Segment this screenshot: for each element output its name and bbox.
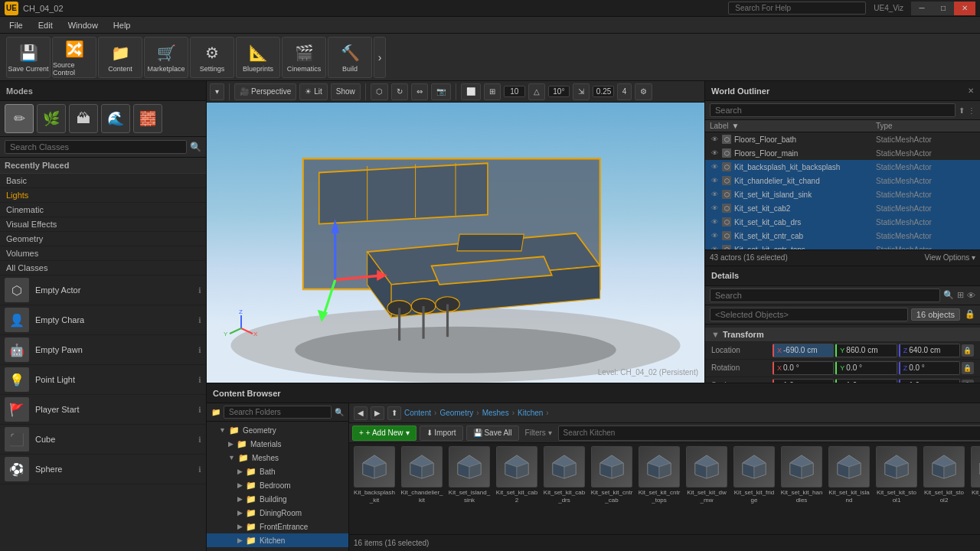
breadcrumb-geometry[interactable]: Geometry (439, 409, 473, 417)
lit-button[interactable]: ☀ Lit (299, 83, 328, 100)
outliner-item[interactable]: 👁 ⬡ Kit_backsplash_kit_backsplash Static… (705, 160, 980, 174)
asset-item[interactable]: Kit_set_kit_dw_mw (684, 446, 729, 504)
wireframe-button[interactable]: ⬜ (461, 83, 481, 100)
perspective-button[interactable]: 🎥 Perspective (234, 83, 296, 100)
folder-item[interactable]: ▶ 📁 LivingRoom (207, 547, 348, 551)
folder-item[interactable]: ▶ 📁 Kitchen (207, 533, 348, 547)
outliner-item[interactable]: 👁 ⬡ Floors_Floor_bath StaticMeshActor (705, 132, 980, 146)
camera-button[interactable]: 📷 (431, 83, 451, 100)
category-volumes[interactable]: Volumes (0, 246, 206, 261)
category-visual-effects[interactable]: Visual Effects (0, 217, 206, 232)
navigate-up-button[interactable]: ⬆ (387, 406, 401, 420)
outliner-item[interactable]: 👁 ⬡ Kit_set_kit_cntr_tops StaticMeshActo… (705, 243, 980, 249)
outliner-item[interactable]: 👁 ⬡ Kit_set_kit_cntr_cab StaticMeshActor (705, 229, 980, 243)
translate-button[interactable]: ⬡ (371, 83, 388, 100)
asset-item[interactable]: Kit_set_kit_cab_drs (542, 446, 586, 504)
category-lights[interactable]: Lights (0, 188, 206, 203)
filters-dropdown[interactable]: Filters ▾ (522, 429, 555, 437)
outliner-item[interactable]: 👁 ⬡ Kit_set_kit_cab_drs StaticMeshActor (705, 215, 980, 229)
outliner-item[interactable]: 👁 ⬡ Kit_set_kit_island_sink StaticMeshAc… (705, 187, 980, 201)
rotation-z-field[interactable]: Z 0.0 ° (899, 361, 960, 375)
save-button[interactable]: 💾 Save Current (6, 37, 51, 78)
mode-paint-button[interactable]: 🌿 (37, 104, 66, 133)
menu-edit[interactable]: Edit (32, 19, 59, 31)
content-button[interactable]: 📁 Content (98, 37, 142, 78)
outliner-item[interactable]: 👁 ⬡ Kit_chandelier_kit_chand StaticMeshA… (705, 174, 980, 187)
menu-file[interactable]: File (3, 19, 29, 31)
mode-foliage-button[interactable]: 🌊 (101, 104, 130, 133)
maximize-button[interactable]: □ (933, 2, 954, 15)
asset-grid[interactable]: Kit_backsplash_kit Kit_chandelier_kit (349, 443, 980, 534)
scale-snap-button[interactable]: ⇲ (573, 83, 590, 100)
menu-help[interactable]: Help (107, 19, 137, 31)
location-lock-button[interactable]: 🔒 (962, 344, 974, 357)
viewport-options-button[interactable]: ⚙ (635, 83, 652, 100)
navigate-forward-button[interactable]: ▶ (371, 406, 384, 420)
category-all-classes[interactable]: All Classes (0, 261, 206, 276)
asset-item[interactable]: Kit_set_kit_cntr_cab (590, 446, 634, 504)
scale-button[interactable]: ⇔ (411, 83, 428, 100)
outliner-options-icon[interactable]: ⋮ (968, 106, 975, 115)
asset-item[interactable]: Kit_set_kit_cab2 (495, 446, 539, 504)
cinematics-button[interactable]: 🎬 Cinematics (282, 37, 326, 78)
outliner-sort-icon[interactable]: ⬆ (959, 106, 965, 115)
asset-item[interactable]: Kit_set_kit_fridge (732, 446, 776, 504)
rotation-x-field[interactable]: X 0.0 ° (773, 361, 834, 375)
actor-cube[interactable]: ⬛ Cube ℹ (0, 425, 206, 455)
actor-player-start[interactable]: 🚩 Player Start ℹ (0, 395, 206, 425)
folder-item[interactable]: ▶ 📁 FrontEntrance (207, 520, 348, 533)
details-eye-icon[interactable]: 👁 (967, 291, 975, 300)
menu-window[interactable]: Window (62, 19, 104, 31)
breadcrumb-kitchen[interactable]: Kitchen (518, 409, 543, 417)
folder-search-input[interactable] (224, 406, 332, 419)
asset-item[interactable]: Kit_chandelier_kit (400, 446, 444, 504)
source-control-button[interactable]: 🔀 Source Control (52, 37, 96, 78)
actor-empty-pawn[interactable]: 🤖 Empty Pawn ℹ (0, 335, 206, 365)
asset-item[interactable]: Kit_backsplash_kit (352, 446, 397, 504)
category-cinematic[interactable]: Cinematic (0, 203, 206, 217)
folder-item[interactable]: ▼ 📁 Meshes (207, 451, 348, 465)
asset-item[interactable]: Kit_set_kit_island (827, 446, 871, 504)
mode-geometry-button[interactable]: 🧱 (133, 104, 162, 133)
view-options-button[interactable]: View Options ▾ (924, 253, 975, 262)
selected-objects-input[interactable] (710, 308, 908, 321)
blueprints-button[interactable]: 📐 Blueprints (236, 37, 280, 78)
folder-item[interactable]: ▶ 📁 DiningRoom (207, 506, 348, 520)
show-button[interactable]: Show (331, 83, 361, 100)
actor-empty-character[interactable]: 👤 Empty Chara ℹ (0, 305, 206, 335)
outliner-list[interactable]: 👁 ⬡ Floors_Floor_bath StaticMeshActor 👁 … (705, 132, 980, 249)
details-grid-icon[interactable]: ⊞ (957, 290, 964, 300)
asset-item[interactable]: Kit_set_kit_stool1 (874, 446, 919, 504)
rotate-button[interactable]: ↻ (391, 83, 408, 100)
mode-landscape-button[interactable]: 🏔 (69, 104, 98, 133)
content-search-input[interactable] (558, 425, 980, 441)
asset-item[interactable]: Kit_set_kit_handles (779, 446, 824, 504)
folder-item[interactable]: ▶ 📁 Bath (207, 465, 348, 478)
snap-angle-button[interactable]: △ (528, 83, 545, 100)
outliner-item[interactable]: 👁 ⬡ Floors_Floor_main StaticMeshActor (705, 146, 980, 160)
import-button[interactable]: ⬇ Import (420, 425, 463, 441)
viewport-mode-dropdown[interactable]: ▾ (210, 83, 224, 100)
actor-sphere[interactable]: ⚽ Sphere ℹ (0, 455, 206, 484)
actor-empty-actor[interactable]: ⬡ Empty Actor ℹ (0, 276, 206, 305)
folder-item[interactable]: ▶ 📁 Bedroom (207, 478, 348, 492)
details-search-input[interactable] (710, 289, 940, 302)
search-help-input[interactable] (728, 2, 866, 15)
outliner-close-icon[interactable]: ✕ (968, 86, 974, 95)
outliner-search-input[interactable] (710, 103, 956, 117)
breadcrumb-content[interactable]: Content (404, 409, 431, 417)
toolbar-more-button[interactable]: › (374, 37, 386, 78)
category-geometry[interactable]: Geometry (0, 232, 206, 246)
layers-button[interactable]: 4 (617, 83, 632, 100)
asset-item[interactable]: Kit_set_island_sink (447, 446, 492, 504)
folder-item[interactable]: ▶ 📁 Materials (207, 437, 348, 451)
save-all-button[interactable]: 💾 Save All (466, 425, 519, 441)
grid-button[interactable]: ⊞ (484, 83, 501, 100)
asset-item[interactable]: Kit_set_kit_stool3 (969, 446, 980, 504)
location-x-field[interactable]: X -690.0 cm (773, 344, 834, 357)
settings-button[interactable]: ⚙ Settings (190, 37, 234, 78)
folder-item[interactable]: ▶ 📁 Building (207, 492, 348, 506)
minimize-button[interactable]: ─ (911, 2, 933, 15)
asset-item[interactable]: Kit_set_kit_stool2 (922, 446, 966, 504)
rotation-lock-button[interactable]: 🔒 (962, 362, 974, 374)
